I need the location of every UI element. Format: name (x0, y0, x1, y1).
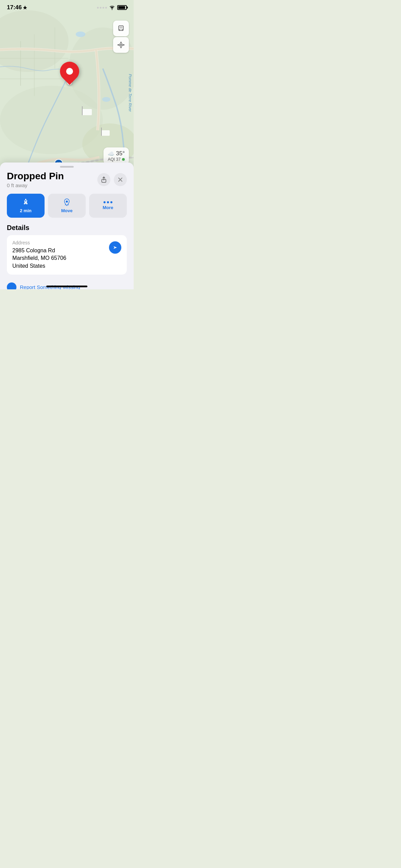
svg-point-24 (112, 9, 112, 10)
aqi-indicator (122, 158, 125, 161)
walk-time-label: 2 min (20, 208, 32, 213)
address-label: Address (12, 240, 66, 245)
header-actions (97, 173, 127, 186)
svg-rect-14 (101, 130, 110, 136)
svg-rect-18 (119, 26, 123, 28)
bottom-sheet: Dropped Pin 0 ft away (0, 162, 134, 289)
move-icon (63, 198, 71, 206)
navigate-button[interactable] (109, 241, 121, 254)
address-line3: United States (12, 262, 66, 270)
sheet-handle[interactable] (0, 162, 134, 170)
close-button[interactable] (114, 173, 127, 186)
svg-point-27 (66, 201, 68, 203)
svg-point-23 (120, 44, 122, 46)
home-indicator (46, 286, 87, 287)
svg-point-19 (119, 29, 120, 30)
pin-distance: 0 ft away (7, 182, 64, 188)
my-location-button[interactable] (113, 37, 129, 53)
svg-point-11 (102, 97, 110, 102)
status-indicators (97, 5, 127, 10)
teaser-icon (7, 282, 16, 289)
svg-point-10 (76, 32, 85, 37)
move-label: Move (61, 208, 72, 213)
address-group: Address 2985 Cologna Rd Marshfield, MO 6… (12, 240, 66, 270)
status-bar: 17:46 (0, 0, 134, 15)
status-time: 17:46 (7, 4, 27, 11)
wifi-icon (109, 5, 115, 10)
signal-strength (97, 7, 107, 9)
river-label: Pomme de Terre River (128, 74, 132, 112)
details-heading: Details (7, 224, 127, 232)
pin-title: Dropped Pin (7, 171, 64, 182)
walk-icon (22, 198, 30, 206)
map-pin[interactable] (60, 62, 79, 85)
share-button[interactable] (97, 173, 110, 186)
teaser-row[interactable]: Report Something Missing (0, 279, 134, 289)
transit-button[interactable] (113, 21, 129, 36)
walk-button[interactable]: 2 min (7, 194, 45, 218)
more-button[interactable]: More (89, 194, 127, 218)
battery-icon (117, 5, 127, 10)
address-line2: Marshfield, MO 65706 (12, 254, 66, 262)
weather-badge: ☁️ 35° AQI 37 (104, 147, 129, 165)
map-controls (113, 21, 129, 53)
svg-rect-12 (82, 109, 92, 115)
sheet-header: Dropped Pin 0 ft away (0, 170, 134, 188)
action-buttons-row: 2 min Move More (0, 188, 134, 218)
details-section: Details Address 2985 Cologna Rd Marshfie… (0, 218, 134, 275)
svg-point-20 (122, 29, 123, 30)
address-line1: 2985 Cologna Rd (12, 247, 66, 254)
move-button[interactable]: Move (48, 194, 86, 218)
more-dots-icon (104, 201, 112, 203)
svg-point-26 (25, 199, 26, 200)
address-card: Address 2985 Cologna Rd Marshfield, MO 6… (7, 235, 127, 275)
map-view[interactable]: Pomme de Terre River (0, 0, 134, 185)
more-label: More (102, 205, 113, 210)
aqi-display: AQI 37 (108, 157, 125, 162)
